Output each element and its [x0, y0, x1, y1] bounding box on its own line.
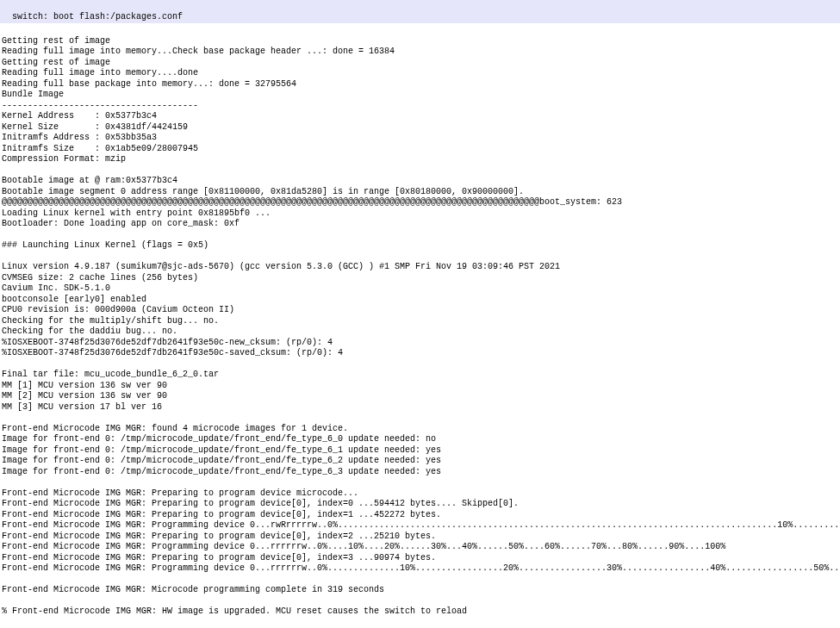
console-output: Getting rest of image Reading full image…: [0, 23, 840, 628]
command-text: switch: boot flash:/packages.conf: [12, 12, 183, 22]
command-line: switch: boot flash:/packages.conf: [0, 0, 840, 23]
